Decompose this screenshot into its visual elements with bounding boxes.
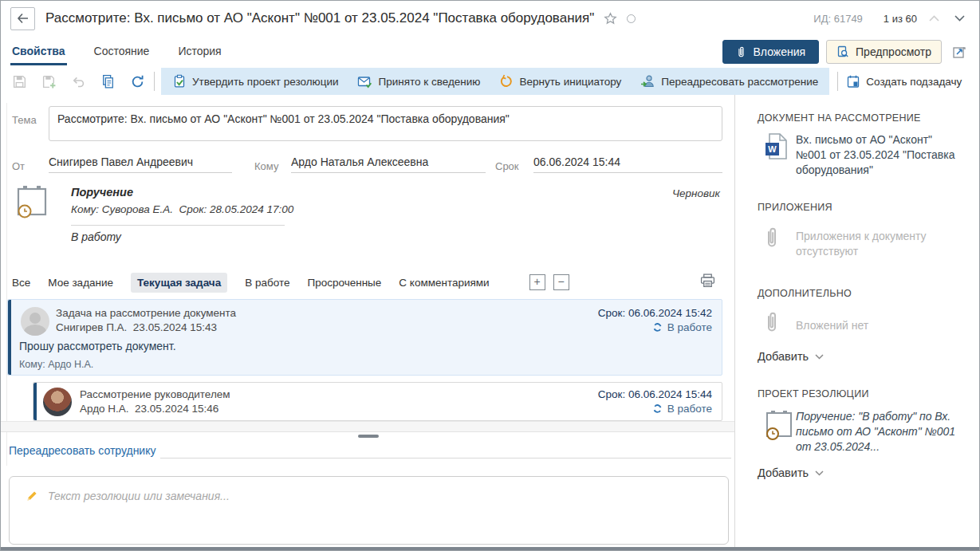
task-status-label: В работе — [667, 403, 712, 415]
subject-label: Тема — [12, 114, 37, 126]
return-to-initiator-label: Вернуть инициатору — [519, 76, 621, 88]
avatar — [43, 388, 72, 416]
back-button[interactable] — [10, 7, 35, 30]
paperclip-icon — [736, 45, 746, 58]
resolution-draft-link[interactable]: Поручение: "В работу" по Вх. письмо от А… — [796, 409, 962, 455]
window-bottom-edge — [1, 547, 979, 550]
save-and-create-button[interactable] — [40, 73, 57, 90]
filter-in-progress[interactable]: В работе — [245, 277, 289, 289]
forward-to-employee-link[interactable]: Переадресовать сотруднику — [9, 444, 155, 457]
deadline-field[interactable]: 06.06.2024 15:44 — [533, 155, 722, 173]
tab-state[interactable]: Состояние — [92, 37, 152, 67]
forward-review-button[interactable]: Переадресовать рассмотрение — [640, 74, 818, 89]
task-deadline: Срок: 06.06.2024 15:42 — [598, 307, 712, 319]
assignment-divider — [71, 225, 285, 226]
attachments-empty-text: Приложения к документу отсутствуют — [796, 229, 959, 259]
add-resolution-label: Добавить — [758, 466, 809, 479]
return-arrow-icon — [499, 74, 514, 89]
task-card[interactable]: Задача на рассмотрение документа Снигире… — [7, 299, 722, 376]
expand-all-button[interactable]: + — [529, 274, 545, 290]
subtask-calendar-icon — [846, 74, 860, 89]
splitter-band — [1, 421, 734, 432]
deadline-label: Срок — [495, 160, 519, 172]
add-attachment-button[interactable]: Добавить — [758, 350, 824, 363]
create-subtask-button[interactable]: Создать подзадачу — [846, 74, 962, 89]
task-window: Рассмотрите: Вх. письмо от АО "Асконт" №… — [0, 0, 980, 551]
record-id: ИД: 61749 — [813, 13, 863, 25]
task-status: В работе — [652, 321, 712, 333]
in-progress-icon — [652, 322, 663, 333]
task-status-label: В работе — [667, 321, 712, 333]
create-subtask-label: Создать подзадачу — [866, 76, 962, 88]
tab-properties[interactable]: Свойства — [10, 37, 67, 67]
task-author-line: Снигирев П.А. 23.05.2024 15:43 — [56, 321, 217, 333]
to-field[interactable]: Ардо Наталья Алексеевна — [291, 155, 486, 173]
task-title: Рассмотрение руководителем — [80, 388, 230, 400]
filter-all[interactable]: Все — [12, 277, 30, 289]
status-ring-icon[interactable] — [627, 14, 636, 23]
toolbar-divider — [154, 72, 155, 91]
attachments-section-header: ПРИЛОЖЕНИЯ — [758, 202, 832, 213]
assignment-action[interactable]: В работу — [71, 230, 121, 243]
preview-button[interactable]: Предпросмотр — [826, 40, 942, 64]
paperclip-icon — [764, 226, 780, 251]
filter-my-assignment[interactable]: Мое задание — [48, 277, 113, 289]
tab-history[interactable]: История — [176, 37, 222, 67]
additional-section-header: ДОПОЛНИТЕЛЬНО — [758, 288, 852, 299]
open-in-window-icon[interactable] — [949, 41, 970, 62]
resolution-text-input[interactable] — [10, 477, 728, 544]
undo-button[interactable] — [69, 73, 87, 90]
copy-button[interactable] — [99, 73, 116, 90]
assignment-calendar-clock-icon — [17, 186, 47, 219]
collapse-all-button[interactable]: − — [553, 274, 569, 290]
add-attachment-label: Добавить — [758, 350, 809, 363]
document-link[interactable]: Вх. письмо от АО "Асконт" №001 от 23.05.… — [796, 132, 959, 178]
from-field[interactable]: Снигирев Павел Андреевич — [49, 155, 232, 173]
preview-icon — [836, 45, 849, 58]
refresh-button[interactable] — [128, 73, 146, 90]
person-forward-icon — [640, 74, 655, 89]
header-right: ИД: 61749 1 из 60 — [813, 10, 968, 27]
avatar — [21, 307, 49, 336]
chevron-down-icon — [815, 470, 824, 476]
forward-employee-field[interactable] — [160, 443, 731, 459]
approve-resolution-button[interactable]: Утвердить проект резолюции — [172, 74, 338, 89]
attachments-button-label: Вложения — [753, 45, 805, 58]
assignment-details[interactable]: Кому: Суворова Е.А. Срок: 28.05.2024 17:… — [71, 203, 293, 215]
assignment-title[interactable]: Поручение — [71, 186, 133, 199]
from-label: От — [12, 160, 25, 172]
task-deadline: Срок: 06.06.2024 15:44 — [598, 388, 712, 400]
resolution-box — [9, 476, 729, 545]
card-accent-bar — [8, 300, 11, 375]
task-title: Задача на рассмотрение документа — [56, 307, 236, 319]
filter-overdue[interactable]: Просроченные — [307, 277, 381, 289]
forward-review-label: Переадресовать рассмотрение — [661, 76, 818, 88]
task-body: Прошу рассмотреть документ. — [19, 340, 176, 352]
acknowledged-button[interactable]: Принято к сведению — [357, 75, 480, 89]
task-card[interactable]: Рассмотрение руководителем Ардо Н.А. 23.… — [33, 382, 722, 421]
filter-with-comments[interactable]: С комментариями — [399, 277, 489, 289]
more-actions-button[interactable]: ··· — [978, 75, 979, 89]
acknowledged-label: Принято к сведению — [378, 76, 480, 88]
task-filter-bar: Все Мое задание Текущая задача В работе … — [1, 269, 734, 296]
in-progress-icon — [652, 403, 663, 414]
subject-field[interactable]: Рассмотрите: Вх. письмо от АО "Асконт" №… — [49, 106, 722, 141]
save-button[interactable] — [10, 73, 28, 90]
favorite-star-icon[interactable] — [604, 12, 617, 26]
add-resolution-button[interactable]: Добавить — [758, 466, 824, 479]
attachments-button[interactable]: Вложения — [722, 40, 819, 64]
print-icon[interactable] — [700, 274, 715, 291]
prev-record-button[interactable] — [925, 10, 943, 27]
toolbar: Утвердить проект резолюции Принято к све… — [1, 68, 979, 95]
toolbar-divider — [837, 72, 838, 91]
clipboard-check-icon — [172, 74, 187, 89]
approve-resolution-label: Утвердить проект резолюции — [192, 76, 338, 88]
splitter-handle[interactable] — [358, 435, 379, 438]
task-author-line: Ардо Н.А. 23.05.2024 15:46 — [80, 403, 218, 415]
filter-current-task[interactable]: Текущая задача — [131, 273, 227, 293]
resolution-calendar-clock-icon — [766, 411, 793, 441]
next-record-button[interactable] — [950, 10, 968, 27]
toolbar-action-group: Утвердить проект резолюции Принято к све… — [161, 68, 829, 95]
return-to-initiator-button[interactable]: Вернуть инициатору — [499, 74, 621, 89]
resolution-section-header: ПРОЕКТ РЕЗОЛЮЦИИ — [758, 388, 869, 399]
